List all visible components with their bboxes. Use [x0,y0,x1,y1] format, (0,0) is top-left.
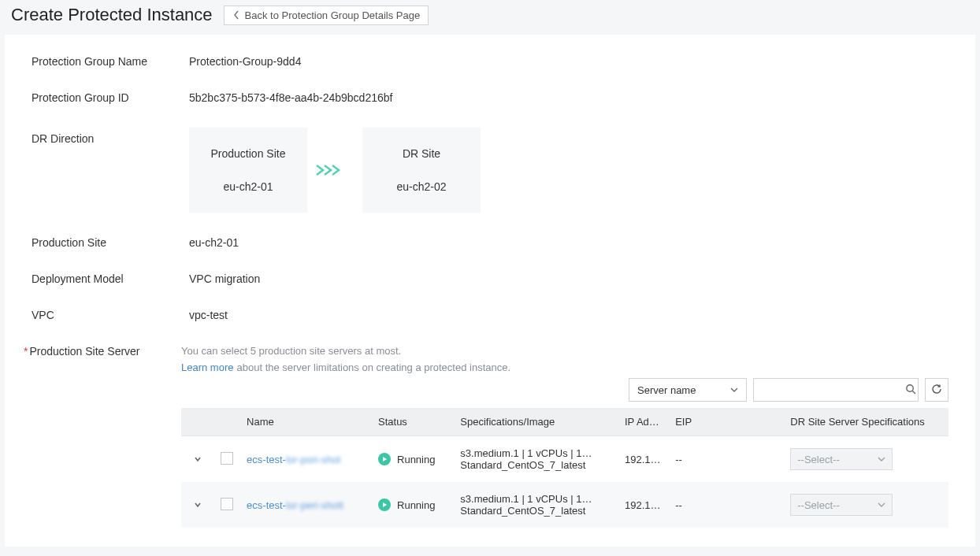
field-label: Protection Group Name [32,55,189,68]
caret-down-icon [730,384,738,396]
status-running-icon [378,499,391,511]
field-production-site: Production Site eu-ch2-01 [32,236,948,249]
refresh-icon [931,384,942,397]
dr-spec-placeholder: --Select-- [797,499,839,511]
svg-line-1 [912,391,915,394]
ip-cell: 192.1… [618,482,669,528]
filter-field-select[interactable]: Server name [629,378,747,402]
caret-down-icon [878,499,885,511]
status-running-icon [378,453,391,465]
field-protection-group-name: Protection Group Name Protection-Group-9… [32,55,948,68]
field-label: Deployment Model [32,272,189,285]
spec-line-1: s3.medium.1 | 1 vCPUs | 1… [460,493,612,505]
field-protection-group-id: Protection Group ID 5b2bc375-b573-4f8e-a… [32,91,948,104]
server-table: Name Status Specifications/Image IP Ad… … [181,408,948,528]
col-drspec: DR Site Server Specifications [784,408,948,436]
back-button-label: Back to Protection Group Details Page [245,9,421,21]
row-checkbox[interactable] [221,498,233,510]
field-label: Production Site [32,236,189,249]
search-icon[interactable] [899,384,922,397]
eip-cell: -- [669,436,784,483]
production-site-box: Production Site eu-ch2-01 [189,128,307,213]
caret-down-icon [878,454,885,465]
search-input-wrap [753,378,919,402]
filter-field-label: Server name [637,384,696,396]
field-label: *Production Site Server [24,345,181,358]
server-table-head: Name Status Specifications/Image IP Ad… … [181,408,948,436]
spec-line-1: s3.medium.1 | 1 vCPUs | 1… [460,447,612,459]
server-hint-line-1: You can select 5 production site servers… [181,345,948,357]
page-title: Create Protected Instance [11,5,213,25]
status-text: Running [397,499,435,511]
col-name: Name [240,408,372,436]
field-deployment-model: Deployment Model VPC migration [32,272,948,285]
dr-site-box-value: eu-ch2-02 [396,180,446,193]
refresh-button[interactable] [925,378,948,402]
learn-more-link[interactable]: Learn more [181,361,233,373]
spec-line-2: Standard_CentOS_7_latest [460,459,612,471]
server-name-link[interactable]: ecs-test-lor-peri-shott [247,499,343,511]
row-checkbox[interactable] [221,452,233,465]
dr-direction-boxes: Production Site eu-ch2-01 DR Site eu-ch2… [189,128,481,213]
production-site-box-title: Production Site [211,147,286,160]
field-value: VPC migration [189,272,260,285]
field-label: DR Direction [32,128,189,145]
col-eip: EIP [669,408,784,436]
top-bar: Create Protected Instance Back to Protec… [0,0,980,35]
eip-cell: -- [669,482,784,528]
direction-arrow-icon [307,162,362,178]
dr-spec-select[interactable]: --Select-- [790,448,893,470]
expand-toggle[interactable] [187,500,208,510]
field-label: Protection Group ID [32,91,189,104]
back-button[interactable]: Back to Protection Group Details Page [224,6,429,25]
server-search-bar: Server name [181,378,948,402]
field-value: 5b2bc375-b573-4f8e-aa4b-24b9bcd216bf [189,91,392,104]
field-vpc: VPC vpc-test [32,309,948,321]
server-hint-line-2: Learn moreabout the server limitations o… [181,361,948,373]
table-row: ecs-test-lor-peri-shott Running s3.mediu… [181,482,948,528]
chevron-left-icon [232,10,240,20]
required-mark: * [24,345,28,358]
dr-spec-select[interactable]: --Select-- [790,494,893,516]
col-status: Status [372,408,454,436]
expand-toggle[interactable] [187,454,208,464]
field-dr-direction: DR Direction Production Site eu-ch2-01 D… [32,128,948,213]
dr-spec-placeholder: --Select-- [797,454,839,465]
field-production-site-server: *Production Site Server You can select 5… [32,345,948,528]
field-label: VPC [32,309,189,321]
main-panel: Protection Group Name Protection-Group-9… [5,35,975,547]
spec-line-2: Standard_CentOS_7_latest [460,505,612,517]
dr-site-box: DR Site eu-ch2-02 [362,128,481,213]
table-row: ecs-test-lor-pori-shot Running s3.medium… [181,436,948,483]
field-value: eu-ch2-01 [189,236,239,249]
field-value: Protection-Group-9dd4 [189,55,301,68]
dr-site-box-title: DR Site [403,147,440,160]
production-site-box-value: eu-ch2-01 [223,180,273,193]
col-spec: Specifications/Image [454,408,618,436]
ip-cell: 192.1… [618,436,669,483]
col-ip: IP Ad… [618,408,669,436]
search-input[interactable] [754,379,899,401]
field-value: vpc-test [189,309,228,321]
server-name-link[interactable]: ecs-test-lor-pori-shot [247,454,340,465]
status-text: Running [397,454,435,465]
svg-point-0 [907,384,913,391]
